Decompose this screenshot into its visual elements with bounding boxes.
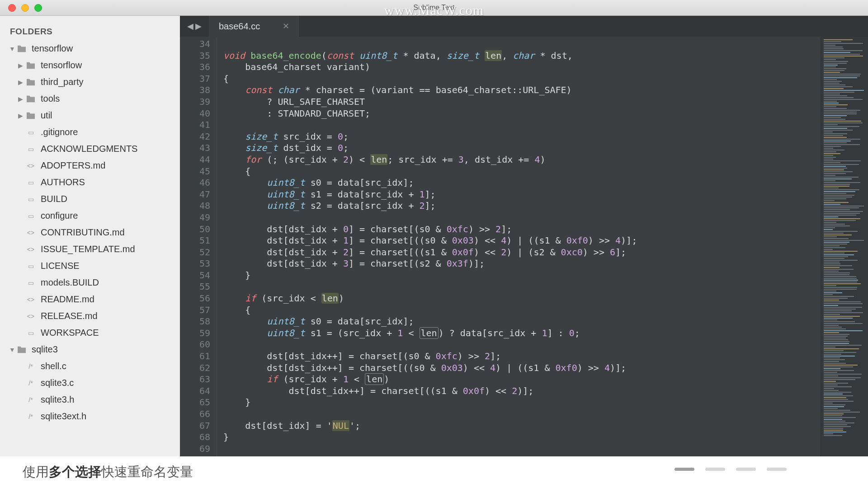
disclosure-arrow-icon[interactable]: ▶: [18, 112, 25, 119]
file-item[interactable]: <>RELEASE.md: [0, 308, 180, 324]
folder-item[interactable]: ▶tensorflow: [0, 57, 180, 74]
folder-item[interactable]: ▼tensorflow: [0, 40, 180, 57]
caption-bar: 使用 多个选择 快速重命名变量: [0, 456, 868, 488]
disclosure-arrow-icon[interactable]: ▼: [9, 45, 16, 52]
file-item[interactable]: ▭.gitignore: [0, 124, 180, 141]
folder-icon: [25, 61, 36, 70]
app-window: Sublime Text www.MacW.com FOLDERS ▼tenso…: [0, 0, 868, 456]
markdown-file-icon: <>: [25, 228, 36, 237]
text-file-icon: ▭: [25, 278, 36, 287]
caption-bold: 多个选择: [49, 463, 101, 481]
file-item[interactable]: <>ADOPTERS.md: [0, 157, 180, 174]
item-label: third_party: [41, 77, 84, 87]
markdown-file-icon: <>: [25, 245, 36, 254]
item-label: ACKNOWLEDGMENTS: [41, 144, 137, 154]
item-label: RELEASE.md: [41, 311, 98, 321]
pager-dot[interactable]: [736, 468, 756, 471]
disclosure-arrow-icon[interactable]: ▶: [18, 79, 25, 86]
file-item[interactable]: <>README.md: [0, 291, 180, 308]
file-item[interactable]: ▭LICENSE: [0, 258, 180, 274]
item-label: AUTHORS: [41, 177, 85, 188]
folder-tree: ▼tensorflow▶tensorflow▶third_party▶tools…: [0, 40, 180, 425]
disclosure-arrow-icon[interactable]: ▶: [18, 95, 25, 103]
maximize-window-button[interactable]: [34, 4, 42, 12]
file-item[interactable]: ▭configure: [0, 207, 180, 224]
item-label: ISSUE_TEMPLATE.md: [41, 244, 135, 254]
pager-dots: [675, 468, 787, 471]
file-item[interactable]: <>ISSUE_TEMPLATE.md: [0, 241, 180, 258]
folder-icon: [25, 94, 36, 103]
text-file-icon: ▭: [25, 328, 36, 338]
item-label: tensorflow: [41, 60, 82, 70]
file-item[interactable]: ▭models.BUILD: [0, 274, 180, 291]
folder-item[interactable]: ▶tools: [0, 90, 180, 107]
text-file-icon: ▭: [25, 211, 36, 221]
item-label: LICENSE: [41, 261, 80, 271]
file-item[interactable]: ▭WORKSPACE: [0, 324, 180, 341]
caption-post: 快速重命名变量: [101, 463, 193, 481]
item-label: ADOPTERS.md: [41, 160, 105, 171]
markdown-file-icon: <>: [25, 295, 36, 304]
folder-item[interactable]: ▼sqlite3: [0, 341, 180, 358]
minimize-window-button[interactable]: [21, 4, 29, 12]
text-file-icon: ▭: [25, 128, 36, 137]
text-file-icon: ▭: [25, 145, 36, 154]
folder-icon: [25, 111, 36, 120]
item-label: WORKSPACE: [41, 328, 99, 338]
markdown-file-icon: <>: [25, 312, 36, 321]
c-file-icon: /*: [25, 395, 36, 404]
caption-pre: 使用: [23, 463, 49, 481]
c-file-icon: /*: [25, 362, 36, 371]
text-file-icon: ▭: [25, 195, 36, 204]
folder-icon: [16, 44, 27, 53]
file-item[interactable]: ▭BUILD: [0, 191, 180, 207]
c-file-icon: /*: [25, 379, 36, 388]
item-label: util: [41, 110, 52, 121]
code-content[interactable]: void base64_encode(const uint8_t * data,…: [217, 37, 821, 456]
sidebar-header: FOLDERS: [0, 24, 180, 40]
pager-dot[interactable]: [675, 468, 694, 471]
file-item[interactable]: <>CONTRIBUTING.md: [0, 224, 180, 241]
tab-history-nav: ◀ ▶: [180, 21, 209, 31]
item-label: tools: [41, 94, 60, 104]
disclosure-arrow-icon[interactable]: ▼: [9, 346, 16, 353]
item-label: sqlite3ext.h: [41, 411, 86, 422]
item-label: sqlite3.c: [41, 378, 74, 388]
tab-active[interactable]: base64.cc ✕: [209, 16, 300, 37]
folder-icon: [25, 78, 36, 87]
titlebar: Sublime Text: [0, 0, 868, 16]
tab-close-icon[interactable]: ✕: [283, 21, 289, 31]
item-label: sqlite3.h: [41, 394, 75, 405]
disclosure-arrow-icon[interactable]: ▶: [18, 62, 25, 69]
folder-item[interactable]: ▶third_party: [0, 74, 180, 90]
text-file-icon: ▭: [25, 262, 36, 271]
tab-bar: ◀ ▶ base64.cc ✕: [180, 16, 868, 37]
sidebar[interactable]: FOLDERS ▼tensorflow▶tensorflow▶third_par…: [0, 16, 180, 456]
file-item[interactable]: /*sqlite3ext.h: [0, 408, 180, 425]
file-item[interactable]: /*shell.c: [0, 358, 180, 375]
item-label: .gitignore: [41, 127, 78, 137]
editor-area: ◀ ▶ base64.cc ✕ 343536373839404142434445…: [180, 16, 868, 456]
pager-dot[interactable]: [767, 468, 787, 471]
markdown-file-icon: <>: [25, 161, 36, 170]
item-label: sqlite3: [32, 344, 58, 355]
nav-forward-icon[interactable]: ▶: [195, 21, 202, 31]
close-window-button[interactable]: [8, 4, 16, 12]
file-item[interactable]: /*sqlite3.h: [0, 391, 180, 408]
file-item[interactable]: /*sqlite3.c: [0, 375, 180, 391]
folder-item[interactable]: ▶util: [0, 107, 180, 124]
item-label: configure: [41, 211, 78, 221]
pager-dot[interactable]: [705, 468, 725, 471]
file-item[interactable]: ▭AUTHORS: [0, 174, 180, 191]
item-label: BUILD: [41, 194, 67, 204]
item-label: tensorflow: [32, 43, 73, 54]
nav-back-icon[interactable]: ◀: [187, 21, 193, 31]
item-label: CONTRIBUTING.md: [41, 227, 125, 238]
minimap[interactable]: [821, 37, 868, 456]
window-controls: [0, 4, 42, 12]
file-item[interactable]: ▭ACKNOWLEDGMENTS: [0, 141, 180, 157]
item-label: README.md: [41, 294, 94, 305]
tab-label: base64.cc: [219, 21, 260, 32]
app-title: Sublime Text: [413, 4, 454, 12]
code-editor[interactable]: 3435363738394041424344454647484950515253…: [180, 37, 868, 456]
